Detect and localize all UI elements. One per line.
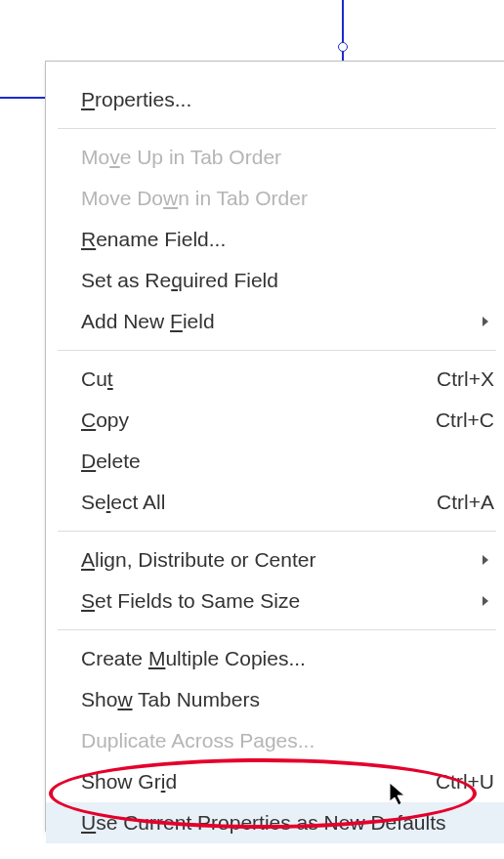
menu-item-label: Set as Required Field xyxy=(81,269,494,292)
menu-separator xyxy=(58,629,496,630)
menu-item-label: Properties... xyxy=(81,88,494,111)
menu-item-label: Align, Distribute or Center xyxy=(81,548,483,572)
menu-item-align[interactable]: Align, Distribute or Center xyxy=(46,539,504,580)
menu-shortcut: Ctrl+C xyxy=(436,408,494,432)
menu-item-label: Show Grid xyxy=(81,770,418,794)
menu-item-label: Set Fields to Same Size xyxy=(81,589,483,613)
menu-item-label: Delete xyxy=(81,450,494,473)
menu-item-label: Select All xyxy=(81,491,419,514)
menu-item-same-size[interactable]: Set Fields to Same Size xyxy=(46,580,504,622)
menu-item-label: Add New Field xyxy=(81,310,483,333)
menu-item-label: Move Up in Tab Order xyxy=(81,146,494,169)
context-menu: Properties... Move Up in Tab Order Move … xyxy=(45,61,504,832)
menu-item-show-grid[interactable]: Show Grid Ctrl+U xyxy=(46,761,504,802)
menu-item-duplicate-pages: Duplicate Across Pages... xyxy=(46,720,504,761)
menu-item-use-current-defaults[interactable]: Use Current Properties as New Defaults xyxy=(46,802,504,843)
menu-item-select-all[interactable]: Select All Ctrl+A xyxy=(46,482,504,523)
menu-item-move-down: Move Down in Tab Order xyxy=(46,178,504,219)
menu-separator xyxy=(58,128,496,129)
submenu-arrow-icon xyxy=(483,555,488,565)
menu-item-label: Show Tab Numbers xyxy=(81,688,494,711)
editor-guide-line-horizontal xyxy=(0,97,45,99)
menu-shortcut: Ctrl+X xyxy=(437,367,494,391)
menu-item-label: Use Current Properties as New Defaults xyxy=(81,811,494,835)
submenu-arrow-icon xyxy=(483,596,488,606)
editor-guide-node xyxy=(338,42,348,52)
menu-item-label: Cut xyxy=(81,367,419,391)
menu-item-cut[interactable]: Cut Ctrl+X xyxy=(46,359,504,400)
menu-item-label: Copy xyxy=(81,408,418,432)
menu-item-label: Duplicate Across Pages... xyxy=(81,729,494,752)
menu-item-add-new-field[interactable]: Add New Field xyxy=(46,301,504,342)
menu-shortcut: Ctrl+A xyxy=(437,491,494,514)
submenu-arrow-icon xyxy=(483,317,488,326)
menu-item-copy[interactable]: Copy Ctrl+C xyxy=(46,400,504,441)
menu-item-move-up: Move Up in Tab Order xyxy=(46,137,504,178)
menu-shortcut: Ctrl+U xyxy=(436,770,494,794)
menu-item-label: Create Multiple Copies... xyxy=(81,647,494,670)
menu-item-set-required[interactable]: Set as Required Field xyxy=(46,260,504,301)
menu-item-rename-field[interactable]: Rename Field... xyxy=(46,219,504,260)
menu-item-multiple-copies[interactable]: Create Multiple Copies... xyxy=(46,638,504,679)
menu-item-label: Move Down in Tab Order xyxy=(81,187,494,210)
menu-separator xyxy=(58,350,496,351)
menu-item-show-tab-numbers[interactable]: Show Tab Numbers xyxy=(46,679,504,720)
menu-item-label: Rename Field... xyxy=(81,228,494,251)
menu-item-delete[interactable]: Delete xyxy=(46,441,504,482)
menu-item-properties[interactable]: Properties... xyxy=(46,79,504,120)
menu-separator xyxy=(58,531,496,532)
